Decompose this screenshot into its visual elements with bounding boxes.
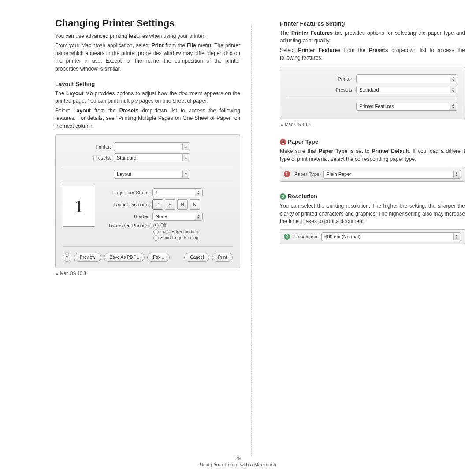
figure-caption: Mac OS 10.3 [55,271,240,276]
presets-label: Presets: [287,87,353,93]
presets-select[interactable]: Standard ▲▼ [114,153,190,162]
column-divider [251,24,252,456]
layout-setting-heading: Layout Setting [55,81,240,87]
resolution-label: Resolution: [294,234,319,239]
two-sided-label: Two Sided Printing: [101,223,150,228]
printer-label: Printer: [63,144,111,149]
layout-direction-button-1[interactable]: Z [152,199,163,210]
pfs-paragraph-1: The Printer Features tab provides option… [280,30,465,45]
stepper-icon: ▲▼ [182,154,189,161]
border-select[interactable]: None ▲▼ [152,212,203,221]
cancel-button[interactable]: Cancel [184,253,209,262]
layout-paragraph-2: Select Layout from the Presets drop-down… [55,107,240,130]
resolution-select[interactable]: 600 dpi (Normal) ▲▼ [321,232,461,241]
layout-direction-button-3[interactable]: И [177,199,188,210]
pages-per-sheet-select[interactable]: 1 ▲▼ [152,188,203,197]
printer-features-heading: Printer Features Setting [280,20,465,27]
presets-select[interactable]: Standard ▲▼ [356,86,457,94]
stepper-icon: ▲▼ [450,86,456,93]
paper-type-label: Paper Type: [294,171,320,177]
stepper-icon: ▲▼ [195,189,201,196]
features-print-dialog: Printer: ▲▼ Presets: Standard ▲▼ Printer… [280,67,465,119]
help-button[interactable]: ? [63,253,71,262]
intro-paragraph-2: From your Macintosh application, select … [55,42,240,73]
figure-caption: Mac OS 10.3 [280,122,465,127]
stepper-icon: ▲▼ [450,75,456,82]
paper-type-paragraph: Make sure that Paper Type is set to Prin… [280,148,465,163]
layout-direction-button-4[interactable]: N [190,199,200,210]
save-as-pdf-button[interactable]: Save As PDF... [104,253,145,262]
printer-select[interactable]: ▲▼ [356,74,457,83]
callout-number-1-icon: 1 [280,139,286,145]
page-number: 29 [0,456,476,461]
paper-type-select[interactable]: Plain Paper ▲▼ [323,170,461,178]
border-label: Border: [101,214,150,219]
stepper-icon: ▲▼ [453,171,460,178]
intro-paragraph-1: You can use advanced printing features w… [55,33,240,40]
printer-label: Printer: [287,76,353,82]
layout-print-dialog: Printer: ▲▼ Presets: Standard ▲▼ Layout … [55,134,240,268]
paper-type-heading: 1Paper Type [280,138,465,145]
print-button[interactable]: Print [212,253,233,262]
layout-paragraph-1: The Layout tab provides options to adjus… [55,90,240,105]
section-select[interactable]: Printer Features ▲▼ [356,102,457,111]
page-footer: 29 Using Your Printer with a Macintosh [0,456,476,467]
paper-type-box: 1 Paper Type: Plain Paper ▲▼ [280,167,465,182]
callout-number-2-icon: 2 [280,193,286,200]
section-select[interactable]: Layout ▲▼ [114,170,190,178]
stepper-icon: ▲▼ [195,213,201,220]
two-sided-long-radio[interactable]: Long-Edge Binding [153,229,198,234]
two-sided-short-radio[interactable]: Short Edge Binding [153,235,198,241]
page-preview: 1 [63,186,95,227]
pfs-paragraph-2: Select Printer Features from the Presets… [280,47,465,62]
stepper-icon: ▲▼ [182,143,189,150]
resolution-heading: 2Resolution [280,193,465,200]
layout-direction-label: Layout Direction: [101,202,150,207]
fax-button[interactable]: Fax... [147,253,170,262]
printer-select[interactable]: ▲▼ [114,142,190,151]
callout-number-2-icon: 2 [284,234,290,240]
pages-per-sheet-label: Pages per Sheet: [101,190,150,195]
stepper-icon: ▲▼ [450,103,456,110]
page-title: Changing Printer Settings [55,18,240,29]
resolution-paragraph: You can select the printing resolution. … [280,202,465,225]
layout-direction-button-2[interactable]: S [165,199,175,210]
callout-number-1-icon: 1 [284,171,290,177]
two-sided-off-radio[interactable]: Off [153,223,198,228]
presets-label: Presets: [63,155,111,160]
stepper-icon: ▲▼ [182,171,189,178]
stepper-icon: ▲▼ [453,233,460,240]
preview-button[interactable]: Preview [74,253,101,262]
footer-text: Using Your Printer with a Macintosh [200,462,276,467]
resolution-box: 2 Resolution: 600 dpi (Normal) ▲▼ [280,229,465,244]
